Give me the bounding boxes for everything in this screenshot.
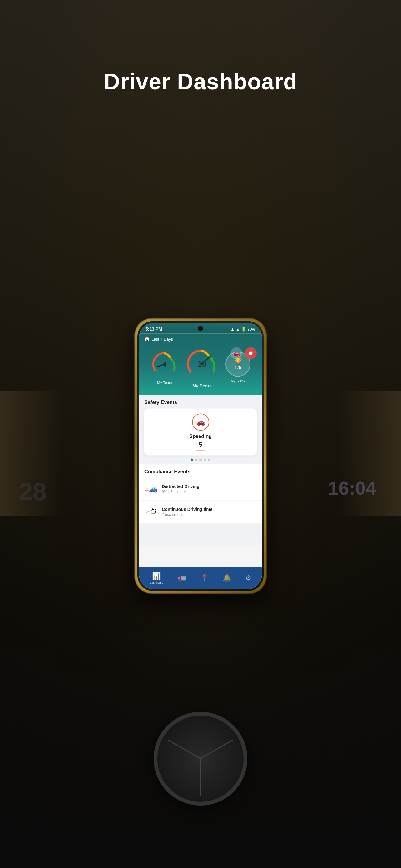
car-mode-button[interactable]: 🚗: [231, 347, 242, 359]
battery-percent: 70%: [247, 327, 256, 332]
my-team-card: 4 My Team: [151, 350, 179, 385]
steering-wheel: [154, 712, 247, 806]
my-rank-value: 1/5: [235, 365, 241, 371]
nav-notifications[interactable]: 🔔: [223, 574, 231, 582]
phone-device: 5:13 PM ▲ ▲ 🔋 70% 📅 Last 7 Days: [135, 318, 266, 593]
distracted-driving-text: Distracted Driving 0% | 2 minutes: [162, 484, 257, 494]
safety-events-title: Safety Events: [139, 395, 262, 408]
distracted-driving-detail: 0% | 2 minutes: [162, 490, 257, 494]
compliance-events-section: Compliance Events ⚠ 🚙 Distracted Driving…: [139, 464, 262, 523]
continuous-driving-text: Continuous Driving time 2 occurrences: [162, 507, 257, 517]
continuous-driving-icon: ⚠ ⏱: [144, 505, 158, 519]
dot-4: [204, 458, 206, 461]
continuous-driving-name: Continuous Driving time: [162, 507, 257, 512]
nav-dashboard[interactable]: 📊 Dashboard: [149, 572, 163, 584]
speeding-icon-circle: 🚗: [192, 413, 209, 431]
battery-icon: 🔋: [241, 327, 246, 332]
compliance-item-continuous[interactable]: ⚠ ⏱ Continuous Driving time 2 occurrence…: [139, 501, 262, 523]
nav-truck[interactable]: 🚛: [177, 574, 186, 582]
safety-events-section: Safety Events 🚗 Speeding 5: [139, 395, 262, 464]
app-header: 📅 Last 7 Days 🚗 ⏺: [139, 333, 262, 395]
carousel-dots: [139, 455, 262, 464]
wifi-icon: ▲: [231, 327, 235, 332]
my-score-label: My Score: [192, 383, 212, 389]
date-filter-label: Last 7 Days: [152, 337, 173, 342]
truck-nav-icon: 🚛: [177, 574, 186, 582]
settings-nav-icon: ⚙: [245, 574, 252, 582]
continuous-driving-detail: 2 occurrences: [162, 513, 257, 517]
my-score-gauge: 10: [185, 346, 219, 381]
page-title: Driver Dashboard: [0, 69, 401, 94]
dot-2: [195, 458, 197, 461]
speeding-count: 5: [196, 441, 205, 450]
record-button[interactable]: ⏺: [245, 347, 257, 359]
dashboard-nav-label: Dashboard: [149, 581, 163, 584]
calendar-icon: 📅: [144, 337, 149, 342]
my-team-gauge: 4: [151, 350, 179, 378]
location-nav-icon: 📍: [200, 574, 209, 582]
bell-nav-icon: 🔔: [223, 574, 231, 582]
my-team-value: 4: [163, 361, 166, 369]
header-actions: 🚗 ⏺: [231, 347, 257, 359]
status-time: 5:13 PM: [145, 327, 162, 332]
main-content: Safety Events 🚗 Speeding 5: [139, 395, 262, 545]
distracted-driving-icon: ⚠ 🚙: [144, 482, 158, 496]
camera-notch: [198, 326, 203, 331]
bottom-nav: 📊 Dashboard 🚛 📍 🔔 ⚙: [139, 567, 262, 589]
signal-icon: ▲: [236, 327, 240, 332]
distracted-driving-name: Distracted Driving: [162, 484, 257, 489]
speeding-label: Speeding: [189, 434, 212, 439]
my-score-value: 10: [198, 359, 207, 369]
dot-3: [199, 458, 202, 461]
vent-left-decoration: 28: [19, 477, 46, 506]
dot-5: [208, 458, 210, 461]
nav-location[interactable]: 📍: [200, 574, 209, 582]
dashboard-nav-icon: 📊: [152, 572, 161, 580]
my-team-label: My Team: [157, 380, 172, 385]
compliance-events-title: Compliance Events: [139, 464, 262, 478]
speeding-event-card: 🚗 Speeding 5: [144, 408, 257, 455]
my-rank-label: My Rank: [231, 379, 245, 383]
my-score-card: 10 My Score: [185, 346, 219, 389]
date-filter-row[interactable]: 📅 Last 7 Days: [144, 337, 257, 342]
speeding-icon: 🚗: [196, 418, 205, 426]
compliance-item-distracted[interactable]: ⚠ 🚙 Distracted Driving 0% | 2 minutes: [139, 478, 262, 501]
dot-1: [191, 458, 193, 461]
nav-settings[interactable]: ⚙: [245, 574, 252, 582]
vent-right-decoration: 16:04: [328, 477, 376, 499]
